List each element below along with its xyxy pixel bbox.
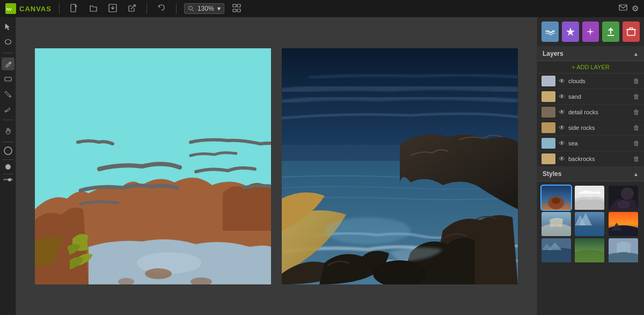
style-thumb-4[interactable] — [541, 212, 571, 236]
share-button[interactable] — [125, 2, 139, 16]
photo-canvas — [282, 48, 518, 284]
layer-delete-clouds[interactable]: 🗑 — [633, 77, 640, 85]
svg-rect-10 — [233, 9, 236, 12]
svg-point-6 — [188, 6, 192, 10]
layer-eye-detailrocks[interactable]: 👁 — [559, 108, 565, 116]
layer-item-sand[interactable]: 👁 sand 🗑 — [537, 89, 644, 105]
tool-sep3 — [3, 142, 13, 142]
styles-section: Styles ▲ — [537, 167, 644, 267]
new-button[interactable] — [67, 2, 81, 16]
layer-eye-sand[interactable]: 👁 — [559, 93, 565, 100]
layer-thumb-backrocks — [541, 153, 555, 164]
zoom-control[interactable]: 130% ▾ — [184, 3, 224, 14]
layer-name-detailrocks: detail rocks — [568, 109, 630, 115]
zoom-value: 130% — [197, 5, 214, 12]
layer-delete-sea[interactable]: 🗑 — [633, 140, 640, 147]
layer-item-siderocks[interactable]: 👁 side rocks 🗑 — [537, 120, 644, 136]
layer-delete-detailrocks[interactable]: 🗑 — [633, 108, 640, 116]
layer-item-sea[interactable]: 👁 sea 🗑 — [537, 136, 644, 151]
layer-name-sea: sea — [568, 140, 630, 146]
styles-chevron[interactable]: ▲ — [633, 171, 639, 177]
undo-button[interactable] — [155, 2, 169, 16]
canvas-area — [16, 17, 537, 315]
lasso-tool[interactable] — [2, 35, 14, 48]
upload-icon-btn[interactable] — [602, 21, 619, 42]
tool-sep2 — [3, 120, 13, 120]
svg-point-18 — [145, 268, 172, 279]
layer-delete-backrocks[interactable]: 🗑 — [633, 155, 640, 163]
style-thumb-3[interactable] — [609, 186, 638, 210]
fit-button[interactable] — [230, 2, 244, 16]
svg-point-35 — [552, 197, 560, 204]
svg-point-39 — [617, 200, 630, 209]
svg-point-24 — [325, 217, 411, 244]
layer-thumb-siderocks — [541, 122, 555, 133]
layers-chevron[interactable]: ▲ — [633, 51, 639, 57]
styles-header: Styles ▲ — [537, 167, 644, 181]
sparkle-icon-btn[interactable] — [582, 21, 599, 42]
style-thumb-1[interactable] — [541, 186, 571, 210]
layer-delete-siderocks[interactable]: 🗑 — [633, 124, 640, 131]
eyedropper-tool[interactable] — [2, 102, 14, 115]
svg-marker-26 — [566, 27, 575, 36]
svg-rect-28 — [627, 30, 635, 35]
nvidia-logo-icon: NV — [5, 3, 16, 14]
layers-section: Layers ▲ + ADD LAYER 👁 clouds 🗑 👁 sand 🗑… — [537, 47, 644, 167]
layer-name-clouds: clouds — [568, 78, 630, 84]
layer-item-detailrocks[interactable]: 👁 detail rocks 🗑 — [537, 105, 644, 120]
size-slider[interactable] — [3, 179, 13, 180]
layer-eye-clouds[interactable]: 👁 — [559, 77, 565, 85]
eraser-tool[interactable] — [2, 72, 14, 85]
style-thumb-7[interactable] — [541, 238, 571, 262]
app-title: CANVAS — [19, 5, 52, 13]
layer-name-siderocks: side rocks — [568, 124, 630, 131]
layer-name-sand: sand — [568, 93, 630, 100]
svg-rect-12 — [619, 5, 627, 10]
style-thumb-9[interactable] — [609, 238, 638, 262]
style-thumb-6[interactable] — [609, 212, 638, 236]
delete-icon-btn[interactable] — [623, 21, 640, 42]
select-tool[interactable] — [2, 20, 14, 33]
layer-item-backrocks[interactable]: 👁 backrocks 🗑 — [537, 151, 644, 167]
style-thumb-2[interactable] — [575, 186, 604, 210]
right-top-icons — [537, 17, 644, 47]
add-layer-button[interactable]: + ADD LAYER — [537, 61, 644, 74]
svg-point-38 — [621, 187, 634, 200]
brush-tool[interactable] — [2, 57, 14, 70]
app-logo: NV CANVAS — [5, 3, 52, 14]
fill-tool[interactable] — [2, 87, 14, 100]
open-button[interactable] — [86, 2, 100, 16]
layer-name-backrocks: backrocks — [568, 156, 630, 162]
layer-item-clouds[interactable]: 👁 clouds 🗑 — [537, 74, 644, 89]
style-icon-btn[interactable] — [562, 21, 579, 42]
topbar: NV CANVAS 130% ▾ ⚙ — [0, 0, 644, 17]
svg-rect-11 — [237, 9, 240, 12]
tool-sep4 — [3, 159, 13, 160]
notifications-icon[interactable] — [619, 3, 627, 14]
layer-eye-sea[interactable]: 👁 — [559, 140, 565, 147]
svg-line-7 — [192, 10, 194, 12]
layers-header: Layers ▲ — [537, 47, 644, 61]
layer-eye-backrocks[interactable]: 👁 — [559, 155, 565, 163]
layers-title: Layers — [543, 50, 564, 57]
styles-grid — [537, 181, 644, 267]
waves-icon-btn[interactable] — [541, 21, 559, 42]
left-toolbar — [0, 17, 16, 315]
svg-rect-14 — [5, 77, 11, 81]
color-dot[interactable] — [5, 164, 11, 170]
export-button[interactable] — [106, 2, 120, 16]
svg-point-13 — [9, 62, 11, 64]
settings-icon[interactable]: ⚙ — [632, 4, 639, 13]
drawing-canvas[interactable] — [35, 48, 271, 284]
color-circle[interactable] — [4, 146, 12, 155]
style-thumb-8[interactable] — [575, 238, 604, 262]
svg-line-5 — [131, 5, 135, 9]
svg-rect-9 — [237, 4, 240, 7]
hand-tool[interactable] — [2, 124, 14, 137]
layer-eye-siderocks[interactable]: 👁 — [559, 124, 565, 131]
layer-delete-sand[interactable]: 🗑 — [633, 93, 640, 100]
topbar-right-icons: ⚙ — [619, 3, 639, 14]
tool-sep5 — [3, 174, 13, 174]
style-thumb-5[interactable] — [575, 212, 604, 236]
topbar-divider2 — [147, 3, 147, 14]
